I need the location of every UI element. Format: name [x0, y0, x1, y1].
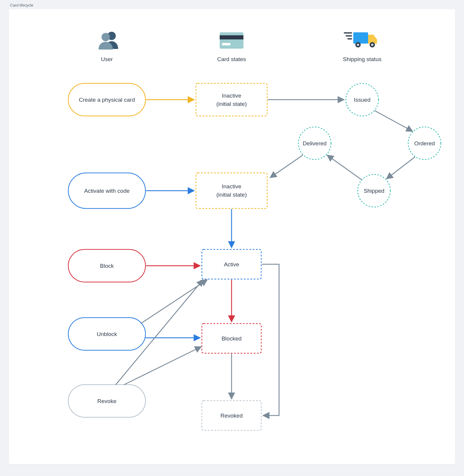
shipping-status-icon	[344, 32, 377, 47]
arrow-revoke-to-active	[116, 280, 203, 385]
page-title: Card lifecycle	[10, 3, 455, 7]
node-active-label: Active	[224, 261, 239, 268]
node-revoke-label: Revoke	[97, 398, 116, 404]
node-blocked-label: Blocked	[221, 335, 242, 342]
svg-rect-2	[220, 32, 243, 49]
node-inactive-1-line1: Inactive	[222, 93, 241, 99]
svg-point-12	[371, 44, 373, 46]
arrow-shipped-to-delivered	[327, 155, 362, 180]
user-icon	[99, 32, 118, 50]
node-inactive-2	[196, 173, 267, 208]
svg-rect-3	[220, 35, 243, 39]
node-unblock-label: Unblock	[97, 331, 117, 337]
node-create-card-label: Create a physical card	[79, 97, 135, 103]
node-inactive-2-line2: (initial state)	[216, 192, 247, 198]
node-inactive-1	[196, 83, 267, 116]
node-revoked-label: Revoked	[221, 413, 243, 419]
node-shipped-label: Shipped	[364, 188, 384, 194]
arrow-revoke-to-blocked	[124, 347, 201, 385]
svg-point-1	[102, 33, 110, 41]
node-block-label: Block	[100, 263, 114, 269]
column-shipping-status-label: Shipping status	[343, 56, 381, 62]
arrow-delivered-to-inactive2	[270, 155, 303, 178]
column-user-label: User	[101, 56, 113, 62]
arrow-active-to-revoked	[262, 264, 279, 415]
node-delivered-label: Delivered	[303, 140, 327, 147]
node-inactive-2-line1: Inactive	[222, 183, 241, 190]
diagram-svg: User Card states	[9, 9, 455, 464]
node-activate-label: Activate with code	[84, 188, 129, 194]
node-issued-label: Issued	[354, 97, 370, 103]
svg-rect-4	[222, 43, 230, 45]
arrow-issued-to-ordered	[375, 111, 413, 131]
svg-rect-8	[353, 32, 368, 44]
node-inactive-1-line2: (initial state)	[216, 101, 247, 107]
column-card-states-label: Card states	[217, 56, 246, 62]
node-ordered-label: Ordered	[414, 140, 435, 147]
arrow-ordered-to-shipped	[387, 157, 415, 179]
svg-point-10	[357, 44, 359, 46]
card-states-icon	[220, 32, 243, 49]
diagram-canvas: User Card states	[9, 9, 455, 464]
